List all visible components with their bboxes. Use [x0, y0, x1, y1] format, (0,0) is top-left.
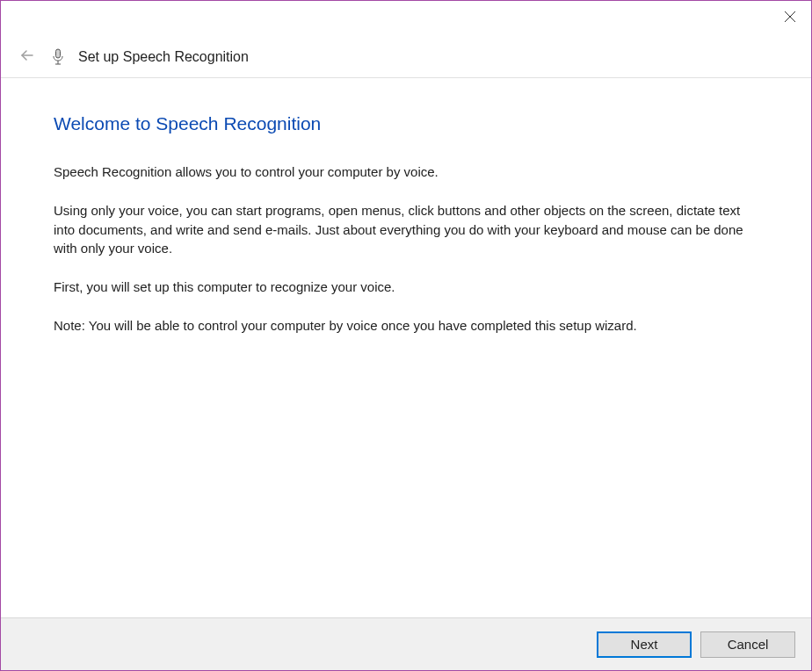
intro-paragraph-2: Using only your voice, you can start pro…: [54, 201, 758, 258]
close-button[interactable]: [779, 8, 801, 29]
cancel-button[interactable]: Cancel: [700, 631, 795, 658]
titlebar: [1, 1, 811, 36]
close-icon: [784, 11, 796, 26]
wizard-header: Set up Speech Recognition: [1, 36, 811, 78]
intro-paragraph-4: Note: You will be able to control your c…: [54, 316, 758, 336]
page-heading: Welcome to Speech Recognition: [54, 113, 758, 134]
back-button: [17, 47, 38, 68]
wizard-content: Welcome to Speech Recognition Speech Rec…: [1, 78, 811, 372]
svg-rect-3: [56, 49, 61, 58]
microphone-icon: [50, 47, 66, 68]
wizard-footer: Next Cancel: [1, 617, 811, 670]
wizard-title: Set up Speech Recognition: [78, 49, 249, 65]
back-arrow-icon: [19, 47, 35, 67]
intro-paragraph-1: Speech Recognition allows you to control…: [54, 162, 758, 182]
next-button[interactable]: Next: [597, 631, 692, 658]
intro-paragraph-3: First, you will set up this computer to …: [54, 278, 758, 297]
